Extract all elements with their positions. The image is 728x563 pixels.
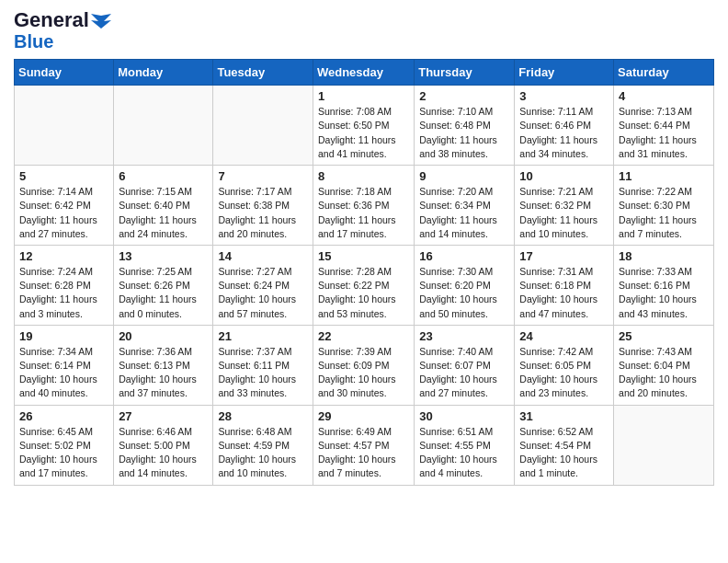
page-header: General Blue — [14, 9, 714, 52]
day-number: 8 — [318, 169, 409, 183]
calendar-cell: 26Sunrise: 6:45 AM Sunset: 5:02 PM Dayli… — [15, 405, 114, 485]
day-info: Sunrise: 7:43 AM Sunset: 6:04 PM Dayligh… — [619, 345, 709, 401]
day-number: 2 — [419, 89, 509, 103]
day-number: 16 — [419, 249, 509, 263]
day-number: 11 — [619, 169, 709, 183]
day-number: 20 — [119, 329, 208, 343]
day-info: Sunrise: 7:25 AM Sunset: 6:26 PM Dayligh… — [119, 265, 208, 321]
day-number: 21 — [218, 329, 308, 343]
day-info: Sunrise: 7:27 AM Sunset: 6:24 PM Dayligh… — [218, 265, 308, 321]
day-info: Sunrise: 7:20 AM Sunset: 6:34 PM Dayligh… — [419, 185, 509, 241]
weekday-header-monday: Monday — [114, 60, 213, 86]
calendar-cell — [213, 86, 313, 166]
day-number: 5 — [19, 169, 108, 183]
calendar-cell: 10Sunrise: 7:21 AM Sunset: 6:32 PM Dayli… — [515, 166, 614, 246]
logo-blue-text: Blue — [14, 31, 53, 52]
calendar-cell: 28Sunrise: 6:48 AM Sunset: 4:59 PM Dayli… — [213, 405, 313, 485]
svg-marker-0 — [91, 14, 111, 29]
calendar-week-row: 19Sunrise: 7:34 AM Sunset: 6:14 PM Dayli… — [15, 325, 714, 405]
calendar-cell: 21Sunrise: 7:37 AM Sunset: 6:11 PM Dayli… — [213, 325, 313, 405]
day-number: 25 — [619, 329, 709, 343]
day-info: Sunrise: 6:48 AM Sunset: 4:59 PM Dayligh… — [218, 425, 308, 481]
day-info: Sunrise: 7:14 AM Sunset: 6:42 PM Dayligh… — [19, 185, 108, 241]
calendar-cell: 16Sunrise: 7:30 AM Sunset: 6:20 PM Dayli… — [415, 245, 515, 325]
calendar-week-row: 12Sunrise: 7:24 AM Sunset: 6:28 PM Dayli… — [15, 245, 714, 325]
weekday-header-row: SundayMondayTuesdayWednesdayThursdayFrid… — [15, 60, 714, 86]
calendar-cell: 24Sunrise: 7:42 AM Sunset: 6:05 PM Dayli… — [515, 325, 614, 405]
calendar-cell: 30Sunrise: 6:51 AM Sunset: 4:55 PM Dayli… — [415, 405, 515, 485]
calendar-cell: 6Sunrise: 7:15 AM Sunset: 6:40 PM Daylig… — [114, 166, 213, 246]
day-number: 12 — [19, 249, 108, 263]
calendar-cell: 14Sunrise: 7:27 AM Sunset: 6:24 PM Dayli… — [213, 245, 313, 325]
day-info: Sunrise: 7:40 AM Sunset: 6:07 PM Dayligh… — [419, 345, 509, 401]
day-number: 27 — [119, 409, 208, 423]
calendar-cell — [114, 86, 213, 166]
day-number: 9 — [419, 169, 509, 183]
day-info: Sunrise: 7:15 AM Sunset: 6:40 PM Dayligh… — [119, 185, 208, 241]
calendar-cell: 1Sunrise: 7:08 AM Sunset: 6:50 PM Daylig… — [313, 86, 414, 166]
calendar-cell: 3Sunrise: 7:11 AM Sunset: 6:46 PM Daylig… — [515, 86, 614, 166]
day-number: 31 — [519, 409, 609, 423]
day-info: Sunrise: 7:37 AM Sunset: 6:11 PM Dayligh… — [218, 345, 308, 401]
weekday-header-thursday: Thursday — [415, 60, 515, 86]
day-info: Sunrise: 6:45 AM Sunset: 5:02 PM Dayligh… — [19, 425, 108, 481]
calendar-cell: 8Sunrise: 7:18 AM Sunset: 6:36 PM Daylig… — [313, 166, 414, 246]
calendar-cell: 9Sunrise: 7:20 AM Sunset: 6:34 PM Daylig… — [415, 166, 515, 246]
calendar-cell: 19Sunrise: 7:34 AM Sunset: 6:14 PM Dayli… — [15, 325, 114, 405]
calendar-week-row: 1Sunrise: 7:08 AM Sunset: 6:50 PM Daylig… — [15, 86, 714, 166]
day-number: 29 — [318, 409, 409, 423]
day-number: 7 — [218, 169, 308, 183]
calendar-week-row: 5Sunrise: 7:14 AM Sunset: 6:42 PM Daylig… — [15, 166, 714, 246]
day-info: Sunrise: 7:34 AM Sunset: 6:14 PM Dayligh… — [19, 345, 108, 401]
logo: General Blue — [14, 9, 111, 52]
calendar-cell: 15Sunrise: 7:28 AM Sunset: 6:22 PM Dayli… — [313, 245, 414, 325]
calendar-cell: 22Sunrise: 7:39 AM Sunset: 6:09 PM Dayli… — [313, 325, 414, 405]
day-info: Sunrise: 7:39 AM Sunset: 6:09 PM Dayligh… — [318, 345, 409, 401]
day-info: Sunrise: 6:49 AM Sunset: 4:57 PM Dayligh… — [318, 425, 409, 481]
calendar-cell: 23Sunrise: 7:40 AM Sunset: 6:07 PM Dayli… — [415, 325, 515, 405]
day-info: Sunrise: 6:52 AM Sunset: 4:54 PM Dayligh… — [519, 425, 609, 481]
day-info: Sunrise: 7:17 AM Sunset: 6:38 PM Dayligh… — [218, 185, 308, 241]
calendar-cell: 29Sunrise: 6:49 AM Sunset: 4:57 PM Dayli… — [313, 405, 414, 485]
weekday-header-tuesday: Tuesday — [213, 60, 313, 86]
day-number: 22 — [318, 329, 409, 343]
calendar-cell: 13Sunrise: 7:25 AM Sunset: 6:26 PM Dayli… — [114, 245, 213, 325]
day-number: 23 — [419, 329, 509, 343]
day-number: 26 — [19, 409, 108, 423]
day-number: 15 — [318, 249, 409, 263]
calendar-cell: 11Sunrise: 7:22 AM Sunset: 6:30 PM Dayli… — [614, 166, 714, 246]
day-number: 28 — [218, 409, 308, 423]
calendar-cell: 12Sunrise: 7:24 AM Sunset: 6:28 PM Dayli… — [15, 245, 114, 325]
day-number: 19 — [19, 329, 108, 343]
day-number: 13 — [119, 249, 208, 263]
day-info: Sunrise: 7:28 AM Sunset: 6:22 PM Dayligh… — [318, 265, 409, 321]
calendar-cell: 27Sunrise: 6:46 AM Sunset: 5:00 PM Dayli… — [114, 405, 213, 485]
day-number: 14 — [218, 249, 308, 263]
day-number: 17 — [519, 249, 609, 263]
day-info: Sunrise: 7:13 AM Sunset: 6:44 PM Dayligh… — [619, 105, 709, 161]
day-info: Sunrise: 7:18 AM Sunset: 6:36 PM Dayligh… — [318, 185, 409, 241]
day-number: 18 — [619, 249, 709, 263]
day-info: Sunrise: 7:11 AM Sunset: 6:46 PM Dayligh… — [519, 105, 609, 161]
day-info: Sunrise: 7:33 AM Sunset: 6:16 PM Dayligh… — [619, 265, 709, 321]
day-number: 30 — [419, 409, 509, 423]
day-number: 24 — [519, 329, 609, 343]
calendar-cell: 2Sunrise: 7:10 AM Sunset: 6:48 PM Daylig… — [415, 86, 515, 166]
calendar-week-row: 26Sunrise: 6:45 AM Sunset: 5:02 PM Dayli… — [15, 405, 714, 485]
calendar-cell — [15, 86, 114, 166]
calendar-table: SundayMondayTuesdayWednesdayThursdayFrid… — [14, 59, 714, 485]
day-info: Sunrise: 7:30 AM Sunset: 6:20 PM Dayligh… — [419, 265, 509, 321]
day-number: 1 — [318, 89, 409, 103]
day-info: Sunrise: 6:46 AM Sunset: 5:00 PM Dayligh… — [119, 425, 208, 481]
calendar-cell: 25Sunrise: 7:43 AM Sunset: 6:04 PM Dayli… — [614, 325, 714, 405]
day-info: Sunrise: 7:08 AM Sunset: 6:50 PM Dayligh… — [318, 105, 409, 161]
calendar-cell: 7Sunrise: 7:17 AM Sunset: 6:38 PM Daylig… — [213, 166, 313, 246]
weekday-header-friday: Friday — [515, 60, 614, 86]
day-info: Sunrise: 7:10 AM Sunset: 6:48 PM Dayligh… — [419, 105, 509, 161]
weekday-header-sunday: Sunday — [15, 60, 114, 86]
day-info: Sunrise: 7:42 AM Sunset: 6:05 PM Dayligh… — [519, 345, 609, 401]
weekday-header-wednesday: Wednesday — [313, 60, 414, 86]
day-info: Sunrise: 7:21 AM Sunset: 6:32 PM Dayligh… — [519, 185, 609, 241]
calendar-cell: 31Sunrise: 6:52 AM Sunset: 4:54 PM Dayli… — [515, 405, 614, 485]
day-info: Sunrise: 7:22 AM Sunset: 6:30 PM Dayligh… — [619, 185, 709, 241]
